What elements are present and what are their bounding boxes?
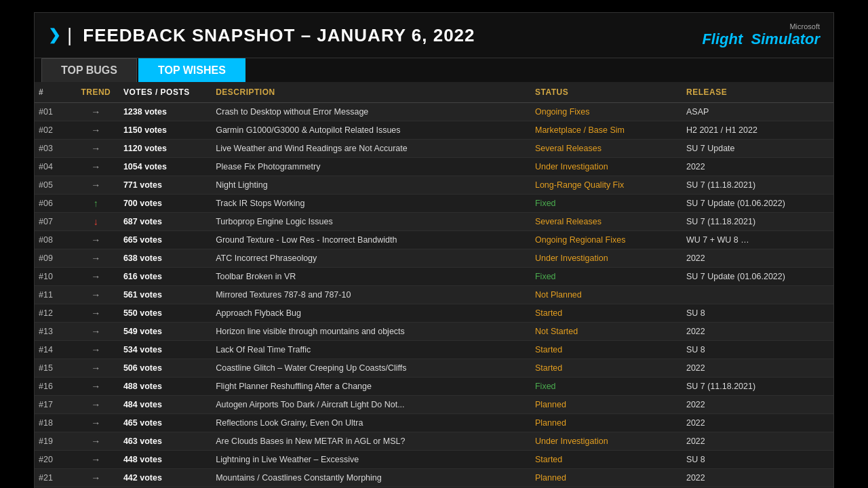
cell-num: #18 <box>35 414 73 432</box>
cell-votes: 665 votes <box>119 231 212 249</box>
cell-votes: 687 votes <box>119 213 212 231</box>
table-row: #14 → 534 votes Lack Of Real Time Traffi… <box>35 341 833 359</box>
table-row: #04 → 1054 votes Please Fix Photogrammet… <box>35 158 833 176</box>
logo-microsoft: Microsoft <box>702 22 820 30</box>
tab-top-wishes[interactable]: TOP WISHES <box>138 58 245 82</box>
cell-status: Started <box>531 341 682 359</box>
table-row: #02 → 1150 votes Garmin G1000/G3000 & Au… <box>35 121 833 140</box>
cell-num: #13 <box>35 323 73 341</box>
trend-icon: → <box>91 436 100 447</box>
cell-votes: 534 votes <box>119 341 212 359</box>
cell-num: #08 <box>35 231 73 249</box>
cell-desc: Horizon line visible through mountains a… <box>212 323 531 341</box>
cell-num: #09 <box>35 249 73 268</box>
table-row: #12 → 550 votes Approach Flyback Bug Sta… <box>35 304 833 323</box>
cell-status: Under Investigation <box>531 432 682 451</box>
cell-release: SU 7 Update <box>682 140 833 158</box>
cell-status: Under Investigation <box>531 249 682 268</box>
table-row: #10 → 616 votes Toolbar Broken in VR Fix… <box>35 268 833 286</box>
cell-votes: 506 votes <box>119 359 212 378</box>
cell-num: #14 <box>35 341 73 359</box>
cell-votes: 771 votes <box>119 176 212 195</box>
cell-release: SU 7 (11.18.2021) <box>682 176 833 195</box>
cell-release: ASAP <box>682 103 833 121</box>
cell-trend: → <box>73 396 119 414</box>
logo-simulator: Simulator <box>751 30 820 47</box>
cell-num: #19 <box>35 432 73 451</box>
col-header-votes: VOTES / POSTS <box>119 82 212 103</box>
trend-icon: → <box>91 399 100 410</box>
table-row: #03 → 1120 votes Live Weather and Wind R… <box>35 140 833 158</box>
cell-status: Marketplace / Base Sim <box>531 121 682 140</box>
cell-votes: 465 votes <box>119 414 212 432</box>
trend-icon: → <box>91 454 100 465</box>
table-row: #21 → 442 votes Mountains / Coastlines C… <box>35 469 833 487</box>
table-row: #15 → 506 votes Coastline Glitch – Water… <box>35 359 833 378</box>
cell-status: Planned <box>531 469 682 487</box>
cell-desc: Autogen Airports Too Dark / Aircraft Lig… <box>212 396 531 414</box>
trend-icon: → <box>91 344 100 355</box>
cell-status: Started <box>531 304 682 323</box>
trend-icon: → <box>91 271 100 282</box>
cell-desc: Live Weather and Wind Readings are Not A… <box>212 140 531 158</box>
trend-icon: ↑ <box>94 198 98 209</box>
cell-trend: → <box>73 158 119 176</box>
cell-release: 2022 <box>682 249 833 268</box>
cell-votes: 1238 votes <box>119 103 212 121</box>
cell-trend: → <box>73 432 119 451</box>
logo-flight: Flight <box>702 30 743 47</box>
trend-icon: → <box>91 106 100 117</box>
cell-status: Not Started <box>531 323 682 341</box>
table-row: #13 → 549 votes Horizon line visible thr… <box>35 323 833 341</box>
table-row: #11 → 561 votes Mirrored Textures 787-8 … <box>35 286 833 304</box>
cell-status: Started <box>531 359 682 378</box>
cell-num: #20 <box>35 451 73 469</box>
cell-status: Under Investigation <box>531 158 682 176</box>
trend-icon: → <box>91 326 100 337</box>
cell-trend: → <box>73 341 119 359</box>
cell-votes: 442 votes <box>119 469 212 487</box>
cell-trend: → <box>73 359 119 378</box>
cell-num: #17 <box>35 396 73 414</box>
cell-status: Planned <box>531 414 682 432</box>
header: ❯ | FEEDBACK SNAPSHOT – JANUARY 6, 2022 … <box>35 13 833 58</box>
cell-trend: → <box>73 469 119 487</box>
cell-votes: 448 votes <box>119 451 212 469</box>
logo-fs: Flight Simulator <box>702 30 820 47</box>
cell-num: #12 <box>35 304 73 323</box>
cell-desc: Garmin G1000/G3000 & Autopilot Related I… <box>212 121 531 140</box>
cell-release: SU 8 <box>682 304 833 323</box>
cell-votes: 550 votes <box>119 304 212 323</box>
cell-num: #21 <box>35 469 73 487</box>
table-row: #08 → 665 votes Ground Texture - Low Res… <box>35 231 833 249</box>
cell-desc: Are Clouds Bases in New METAR in AGL or … <box>212 432 531 451</box>
cell-trend: → <box>73 249 119 268</box>
cell-trend: ↑ <box>73 195 119 213</box>
col-header-trend: TREND <box>73 82 119 103</box>
table-header-row: # TREND VOTES / POSTS DESCRIPTION STATUS… <box>35 82 833 103</box>
trend-icon: → <box>91 253 100 264</box>
cell-status: Fixed <box>531 195 682 213</box>
cell-trend: → <box>73 451 119 469</box>
cell-release: 2022 <box>682 359 833 378</box>
cell-release: SU 7 Update (01.06.2022) <box>682 268 833 286</box>
cell-votes: 1150 votes <box>119 121 212 140</box>
cell-status: Not Planned <box>531 286 682 304</box>
cell-num: #06 <box>35 195 73 213</box>
cell-status: Ongoing Regional Fixes <box>531 231 682 249</box>
col-header-num: # <box>35 82 73 103</box>
trend-icon: → <box>91 180 100 190</box>
cell-desc: Coastline Glitch – Water Creeping Up Coa… <box>212 359 531 378</box>
table-row: #06 ↑ 700 votes Track IR Stops Working F… <box>35 195 833 213</box>
trend-icon: → <box>91 143 100 154</box>
cell-trend: → <box>73 323 119 341</box>
trend-icon: → <box>91 289 100 300</box>
cell-desc: Night Lighting <box>212 176 531 195</box>
cell-release: SU 7 Update (01.06.2022) <box>682 195 833 213</box>
col-header-status: STATUS <box>531 82 682 103</box>
trend-icon: ↓ <box>94 216 98 227</box>
cell-trend: → <box>73 176 119 195</box>
cell-num: #10 <box>35 268 73 286</box>
cell-trend: → <box>73 268 119 286</box>
tab-top-bugs[interactable]: TOP BUGS <box>41 58 137 82</box>
